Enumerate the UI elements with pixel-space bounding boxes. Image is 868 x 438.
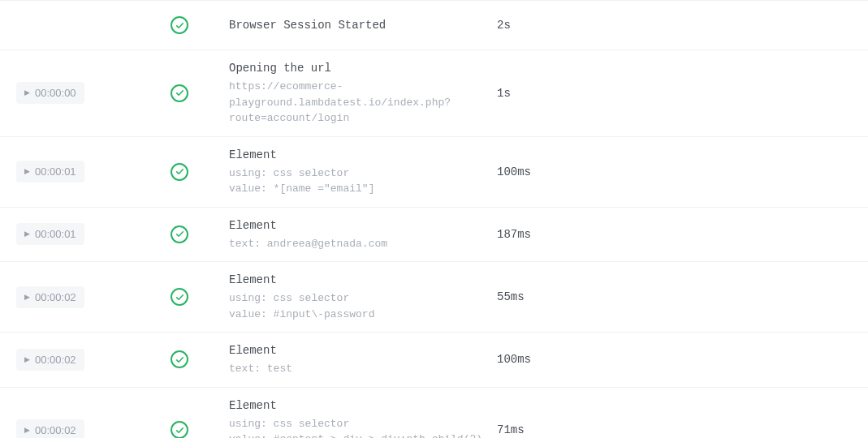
timestamp-cell: ▶00:00:00 [16,82,171,104]
description-cell: Elementusing: css selector value: #input… [229,272,497,322]
timestamp-chip[interactable]: ▶00:00:02 [16,419,84,438]
timestamp-cell: ▶00:00:02 [16,349,171,371]
step-row: ▶00:00:02Elementtext: test100ms [0,333,868,388]
status-cell [171,163,229,181]
timestamp-cell: ▶00:00:02 [16,419,171,438]
description-cell: Elementtext: test [229,342,497,377]
timestamp-text: 00:00:02 [35,291,76,303]
duration-cell: 100ms [497,165,868,178]
timestamp-chip[interactable]: ▶00:00:01 [16,161,84,182]
play-icon: ▶ [24,230,30,238]
duration-cell: 55ms [497,290,868,303]
status-cell [171,225,229,243]
step-title: Element [229,217,484,234]
step-meta: https://ecommerce-playground.lambdatest.… [229,79,484,127]
status-pass-icon [171,421,188,438]
timestamp-text: 00:00:02 [35,354,76,366]
timestamp-cell: ▶00:00:01 [16,223,171,245]
timestamp-chip[interactable]: ▶00:00:02 [16,349,84,371]
duration-cell: 2s [497,19,868,32]
step-title: Browser Session Started [229,17,484,34]
play-icon: ▶ [24,294,30,301]
step-row: ▶00:00:02Elementusing: css selector valu… [0,262,868,333]
step-title: Opening the url [229,60,484,77]
status-pass-icon [171,350,188,368]
timestamp-chip[interactable]: ▶00:00:00 [16,82,84,104]
timestamp-text: 00:00:01 [35,165,76,178]
step-row: ▶00:00:01Elementtext: andreea@getnada.co… [0,208,868,263]
timestamp-text: 00:00:01 [35,228,76,240]
step-row: ▶00:00:00Opening the urlhttps://ecommerc… [0,50,868,137]
timestamp-text: 00:00:00 [35,87,76,99]
step-meta: using: css selector value: #input\-passw… [229,290,484,322]
timestamp-cell: ▶00:00:02 [16,286,171,308]
duration-cell: 100ms [497,353,868,366]
step-row: ▶00:00:02Elementusing: css selector valu… [0,388,868,439]
description-cell: Opening the urlhttps://ecommerce-playgro… [229,60,497,127]
timestamp-chip[interactable]: ▶00:00:02 [16,286,84,308]
step-title: Element [229,397,484,414]
status-pass-icon [171,84,188,102]
play-icon: ▶ [24,427,30,434]
status-pass-icon [171,225,188,243]
status-pass-icon [171,163,188,181]
duration-cell: 71ms [497,423,868,436]
step-meta: text: andreea@getnada.com [229,236,484,252]
status-pass-icon [171,288,188,306]
step-row: Browser Session Started2s [0,0,868,50]
status-cell [171,350,229,368]
step-meta: using: css selector value: #content > di… [229,416,484,439]
description-cell: Browser Session Started [229,17,497,34]
status-cell [171,288,229,306]
status-pass-icon [171,16,188,34]
step-meta: text: test [229,361,484,377]
play-icon: ▶ [24,89,30,97]
duration-cell: 1s [497,87,868,100]
status-cell [171,421,229,438]
step-row: ▶00:00:01Elementusing: css selector valu… [0,137,868,208]
description-cell: Elementtext: andreea@getnada.com [229,217,497,252]
timestamp-chip[interactable]: ▶00:00:01 [16,223,84,245]
description-cell: Elementusing: css selector value: #conte… [229,397,497,439]
duration-cell: 187ms [497,228,868,241]
step-title: Element [229,342,484,359]
timestamp-text: 00:00:02 [35,424,76,436]
step-title: Element [229,147,484,164]
play-icon: ▶ [24,356,30,363]
status-cell [171,84,229,102]
description-cell: Elementusing: css selector value: *[name… [229,147,497,197]
timestamp-cell: ▶00:00:01 [16,161,171,182]
step-meta: using: css selector value: *[name ="emai… [229,165,484,197]
status-cell [171,16,229,34]
play-icon: ▶ [24,168,30,175]
step-title: Element [229,272,484,289]
